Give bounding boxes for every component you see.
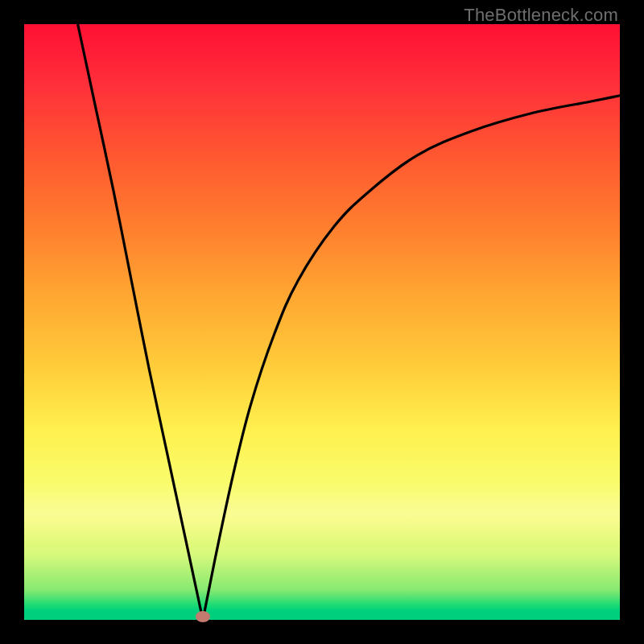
watermark-text: TheBottleneck.com — [464, 5, 618, 26]
bottleneck-curve — [78, 24, 620, 620]
minimum-marker — [196, 611, 210, 622]
plot-area — [24, 24, 620, 620]
curve-layer — [24, 24, 620, 620]
chart-frame: TheBottleneck.com — [0, 0, 644, 644]
